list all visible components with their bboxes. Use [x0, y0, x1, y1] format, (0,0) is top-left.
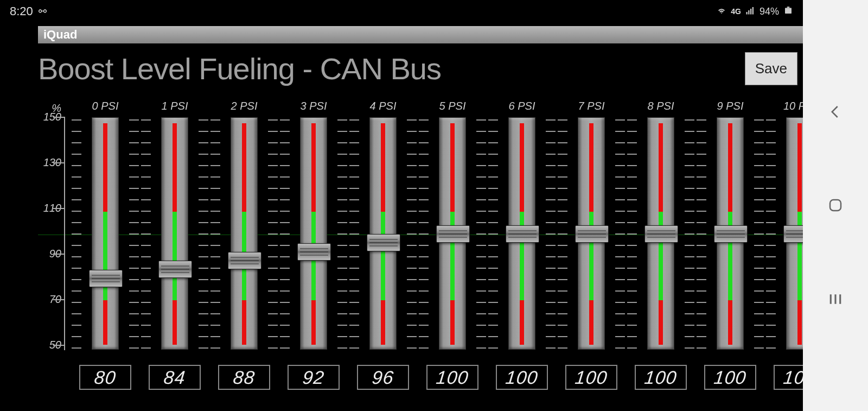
status-bar: 8:20 ⚯ 4G 94%: [0, 0, 803, 23]
slider-track[interactable]: [92, 117, 119, 350]
slider-thumb[interactable]: [158, 261, 192, 278]
page-title: Boost Level Fueling - CAN Bus: [38, 51, 441, 86]
system-nav-bar: [803, 0, 868, 411]
app-title-bar: iQuad: [38, 26, 803, 43]
value-text: 100: [574, 367, 609, 388]
network-label: 4G: [731, 7, 741, 16]
slider-thumb[interactable]: [228, 252, 261, 269]
psi-label: 9 PSI: [717, 98, 744, 114]
slider-track[interactable]: [369, 117, 397, 350]
back-button[interactable]: [822, 98, 849, 125]
slider[interactable]: [348, 114, 418, 353]
slider-track[interactable]: [578, 117, 605, 350]
slider-thumb[interactable]: [714, 225, 748, 243]
psi-label: 5 PSI: [439, 98, 466, 114]
slider[interactable]: [626, 114, 695, 353]
slider-track[interactable]: [231, 117, 258, 350]
psi-label: 7 PSI: [578, 98, 605, 114]
slider-column: 1 PSI84: [140, 98, 209, 390]
home-button[interactable]: [822, 192, 849, 219]
value-text: 100: [435, 367, 470, 388]
psi-label: 4 PSI: [370, 98, 397, 114]
slider-column: 6 PSI100: [487, 98, 557, 390]
slider[interactable]: [140, 114, 209, 353]
slider-column: 0 PSI80: [71, 98, 140, 390]
slider-track[interactable]: [161, 117, 188, 350]
battery-percent: 94%: [760, 6, 779, 17]
svg-rect-5: [787, 7, 790, 8]
value-display: 100: [635, 365, 687, 390]
value-text: 100: [643, 367, 678, 388]
value-display: 88: [218, 365, 270, 390]
wifi-icon: [717, 5, 726, 18]
slider-column: 7 PSI100: [557, 98, 626, 390]
slider-column: 2 PSI88: [209, 98, 279, 390]
slider-thumb[interactable]: [436, 225, 470, 243]
value-text: 80: [93, 367, 117, 388]
slider[interactable]: [695, 114, 765, 353]
slider-column: 3 PSI92: [279, 98, 348, 390]
value-display: 100: [496, 365, 548, 390]
slider-thumb[interactable]: [297, 243, 331, 261]
psi-label: 3 PSI: [301, 98, 327, 114]
svg-rect-4: [785, 8, 792, 14]
svg-rect-3: [752, 7, 754, 15]
battery-icon: [783, 5, 793, 18]
slider[interactable]: [487, 114, 557, 353]
value-text: 96: [371, 367, 395, 388]
slider-thumb[interactable]: [89, 270, 123, 287]
value-display: 100: [704, 365, 756, 390]
value-display: 100: [774, 365, 803, 390]
slider[interactable]: [71, 114, 140, 353]
psi-label: 2 PSI: [231, 98, 258, 114]
app-title: iQuad: [43, 28, 77, 42]
slider-column: 8 PSI100: [626, 98, 695, 390]
slider-chart: % 150130110907050 0 PSI801 PSI842 PSI883…: [38, 98, 803, 411]
slider-track[interactable]: [300, 117, 327, 350]
slider-track[interactable]: [786, 117, 803, 350]
psi-label: 0 PSI: [92, 98, 119, 114]
value-text: 92: [302, 367, 326, 388]
slider-thumb[interactable]: [575, 225, 609, 243]
value-text: 100: [505, 367, 539, 388]
svg-rect-0: [746, 12, 747, 15]
value-text: 100: [713, 367, 748, 388]
save-button[interactable]: Save: [745, 52, 797, 85]
y-axis: % 150130110907050: [38, 98, 68, 353]
app-viewport: 8:20 ⚯ 4G 94% iQuad Boost Level Fueling …: [0, 0, 803, 411]
slider-thumb[interactable]: [367, 234, 400, 251]
value-text: 88: [232, 367, 256, 388]
value-display: 100: [565, 365, 617, 390]
value-text: 84: [163, 367, 187, 388]
psi-label: 10 PSI: [783, 98, 803, 114]
slider-column: 5 PSI100: [418, 98, 487, 390]
slider-thumb[interactable]: [783, 225, 803, 243]
signal-icon: [745, 5, 755, 18]
slider-track[interactable]: [647, 117, 674, 350]
psi-label: 1 PSI: [162, 98, 188, 114]
slider[interactable]: [279, 114, 348, 353]
slider[interactable]: [418, 114, 487, 353]
slider-column: 9 PSI100: [695, 98, 765, 390]
value-display: 92: [288, 365, 340, 390]
status-time: 8:20: [10, 4, 33, 18]
svg-rect-2: [750, 9, 751, 15]
slider[interactable]: [557, 114, 626, 353]
slider[interactable]: [209, 114, 279, 353]
slider-column: 10 PSI100: [765, 98, 803, 390]
svg-rect-6: [830, 200, 841, 211]
svg-rect-1: [748, 10, 749, 15]
slider-track[interactable]: [439, 117, 466, 350]
value-display: 84: [149, 365, 201, 390]
slider-thumb[interactable]: [644, 225, 678, 243]
slider-track[interactable]: [717, 117, 744, 350]
voicemail-icon: ⚯: [39, 5, 46, 17]
value-display: 96: [357, 365, 409, 390]
slider-thumb[interactable]: [506, 225, 539, 243]
psi-label: 8 PSI: [648, 98, 674, 114]
psi-label: 6 PSI: [509, 98, 535, 114]
recents-button[interactable]: [822, 286, 849, 313]
slider-track[interactable]: [508, 117, 535, 350]
slider[interactable]: [765, 114, 803, 353]
value-text: 100: [782, 367, 803, 388]
